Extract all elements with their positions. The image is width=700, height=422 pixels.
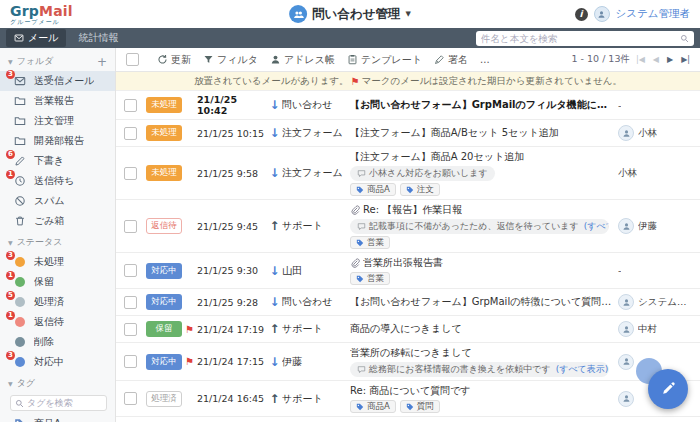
user-avatar[interactable] [594, 6, 610, 22]
compose-button[interactable] [648, 369, 688, 409]
sidebar-folder-6[interactable]: スパム [0, 191, 115, 211]
filter-button[interactable]: フィルタ [198, 51, 263, 69]
sidebar-folder-4[interactable]: 6下書き [0, 151, 115, 171]
show-all-link[interactable]: (すべて表示) [556, 363, 609, 376]
row-checkbox[interactable] [124, 127, 137, 140]
header-right: i システム管理者 [575, 6, 690, 22]
status-section-header[interactable]: ▼ ステータス [0, 231, 115, 252]
sidebar-folder-7[interactable]: ごみ箱 [0, 211, 115, 231]
mail-subject: 【注文フォーム】商品A/Bセット 5セット追加 [350, 126, 559, 140]
sidebar-status-3[interactable]: 1返信待 [0, 312, 115, 332]
row-checkbox[interactable] [124, 99, 137, 112]
status-label: 保留 [34, 275, 54, 289]
prev-page-button[interactable]: ◀ [651, 54, 661, 65]
mail-row-8[interactable]: 処理済21/1/24 16:45↑サポートRe: 商品について質問です商品A質問 [116, 381, 700, 417]
tab-stats[interactable]: 統計情報 [70, 29, 126, 47]
count-badge: 1 [6, 311, 15, 320]
row-checkbox[interactable] [124, 323, 137, 336]
mail-row-2[interactable]: 未処理21/1/25 9:58↓注文フォーム【注文フォーム】商品A 20セット追… [116, 147, 700, 200]
sidebar-status-5[interactable]: 3対応中 [0, 352, 115, 372]
sidebar-tag-0[interactable]: 商品A [0, 414, 115, 422]
mail-row-7[interactable]: 対応中⚑21/1/24 17:15↓伊藤営業所の移転につきまして総務部にお客様情… [116, 343, 700, 381]
sidebar-folder-1[interactable]: 営業報告 [0, 91, 115, 111]
mail-tag[interactable]: 営業 [350, 272, 390, 285]
search-icon[interactable] [680, 34, 689, 43]
select-all-checkbox[interactable] [126, 53, 139, 66]
tags-section-header[interactable]: ▼ タグ [0, 372, 115, 393]
status-badge: 未処理 [146, 97, 182, 113]
mail-from: サポート [282, 392, 346, 406]
info-icon[interactable]: i [575, 8, 588, 21]
last-page-button[interactable]: ▶| [679, 54, 692, 65]
tag-list: 商品A [0, 414, 115, 422]
mail-row-6[interactable]: 保留⚑21/1/24 17:19↑サポート商品の導入につきまして中村 [116, 316, 700, 343]
mail-search[interactable] [476, 31, 694, 46]
next-page-button[interactable]: ▶ [665, 54, 675, 65]
add-folder-button[interactable]: + [97, 56, 107, 68]
mail-row-5[interactable]: 対応中21/1/25 9:28↓問い合わせ【お問い合わせフォーム】GrpMail… [116, 289, 700, 316]
mail-from: 伊藤 [282, 355, 346, 369]
app-title-dropdown[interactable]: 問い合わせ管理 ▼ [289, 5, 411, 23]
mail-tag[interactable]: 商品A [350, 183, 396, 196]
folders-section-header[interactable]: ▼ フォルダ + [0, 50, 115, 71]
sidebar-folder-5[interactable]: 1送信待ち [0, 171, 115, 191]
tag-search[interactable] [10, 395, 107, 411]
mail-tag[interactable]: 質問 [400, 400, 440, 413]
assignee-name: 小林 [638, 127, 657, 140]
subject-cell: 営業所出張報告書営業 [346, 256, 618, 285]
subject-cell: 【お問い合わせフォーム】GrpMailの特徴について質問があります [346, 295, 618, 309]
mail-tag[interactable]: 営業 [350, 236, 390, 249]
mail-row-1[interactable]: 未処理21/1/25 10:15↓注文フォーム【注文フォーム】商品A/Bセット … [116, 120, 700, 147]
tags-section-label: タグ [17, 377, 35, 390]
arrow-up-icon: ↑ [267, 219, 282, 233]
tag-icon [356, 186, 364, 194]
row-checkbox[interactable] [124, 264, 137, 277]
first-page-button[interactable]: |◀ [634, 54, 647, 65]
row-checkbox[interactable] [124, 167, 137, 180]
sidebar-status-4[interactable]: 削除 [0, 332, 115, 352]
sidebar-folder-0[interactable]: 3送受信メール [0, 71, 115, 91]
status-dot-icon: 1 [12, 315, 27, 329]
mail-row-9[interactable]: 処理済21/1/24 15:30↓木村商品について質問です [116, 417, 700, 422]
more-button[interactable]: ... [475, 52, 495, 67]
pagination: 1 - 10 / 13件 |◀ ◀ ▶ ▶| [572, 53, 692, 66]
mail-row-3[interactable]: 返信待21/1/25 9:45↑サポートRe: 【報告】作業日報記載事項に不備が… [116, 200, 700, 253]
row-checkbox[interactable] [124, 392, 137, 405]
tab-stats-label: 統計情報 [78, 31, 118, 45]
sidebar-status-0[interactable]: 3未処理 [0, 252, 115, 272]
logo-subtitle: グループメール [10, 19, 73, 25]
sidebar-status-1[interactable]: 1保留 [0, 272, 115, 292]
mail-row-0[interactable]: 未処理21/1/25 10:42↓問い合わせ【お問い合わせフォーム】GrpMai… [116, 91, 700, 120]
mail-tag[interactable]: 商品A [350, 400, 396, 413]
clipboard-icon [347, 54, 358, 65]
sidebar-folder-2[interactable]: 注文管理 [0, 111, 115, 131]
mail-date: 21/1/24 17:19 [197, 324, 267, 335]
mail-tag[interactable]: 注文 [400, 183, 440, 196]
signature-button[interactable]: 署名 [429, 51, 473, 69]
assignee-avatar [618, 354, 634, 370]
show-all-link[interactable]: (すべて表示) [584, 220, 609, 233]
pencil-icon: 6 [12, 154, 27, 168]
row-checkbox[interactable] [124, 296, 137, 309]
row-checkbox[interactable] [124, 220, 137, 233]
mail-row-4[interactable]: 対応中21/1/25 9:30↓山田営業所出張報告書営業- [116, 253, 700, 289]
mail-date: 21/1/24 16:45 [197, 393, 267, 404]
address-book-button[interactable]: アドレス帳 [265, 51, 340, 69]
tag-search-input[interactable] [27, 398, 102, 408]
sidebar-folder-3[interactable]: 開発部報告 [0, 131, 115, 151]
template-button[interactable]: テンプレート [342, 51, 427, 69]
mail-subject: 【注文フォーム】商品A 20セット追加 [350, 150, 524, 164]
refresh-button[interactable]: 更新 [152, 51, 196, 69]
row-checkbox[interactable] [124, 355, 137, 368]
tab-mail[interactable]: メール [6, 29, 66, 47]
search-input[interactable] [481, 33, 676, 44]
user-name[interactable]: システム管理者 [616, 7, 690, 21]
subject-cell: 商品の導入につきまして [346, 322, 618, 336]
comment-icon [357, 365, 366, 374]
assignee-avatar [618, 294, 634, 310]
assignee-avatar [618, 218, 634, 234]
app-logo[interactable]: GrpMail グループメール [10, 4, 73, 25]
status-badge: 返信待 [146, 218, 182, 234]
sidebar-status-2[interactable]: 5処理済 [0, 292, 115, 312]
assignee-cell: 小林 [618, 167, 694, 180]
